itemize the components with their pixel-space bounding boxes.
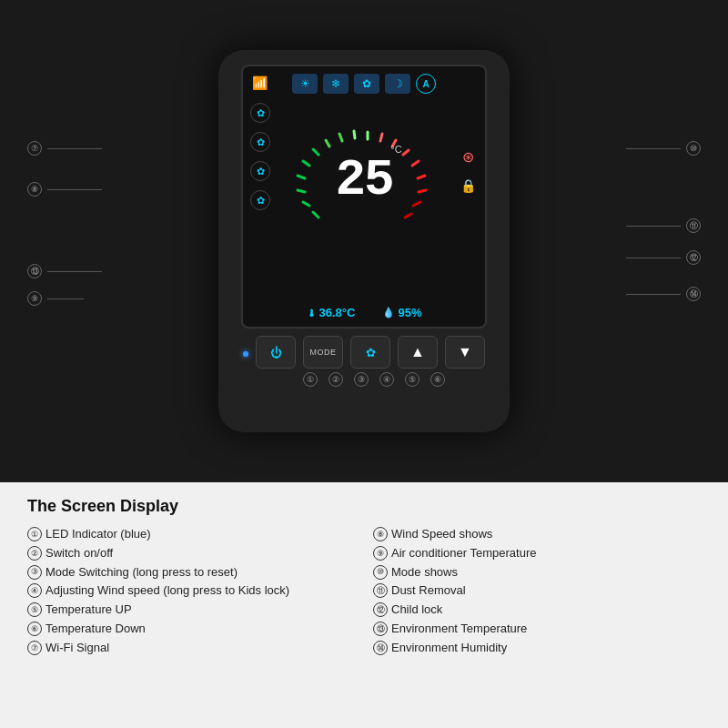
item-label-11: Dust Removal xyxy=(391,581,466,601)
fan-speed-icons: ✿ ✿ ✿ ✿ xyxy=(250,103,270,210)
svg-line-13 xyxy=(412,161,419,166)
temp-number: 25 xyxy=(335,155,392,206)
info-item-1: ① LED Indicator (blue) xyxy=(27,525,355,544)
ann-7: ⑦ xyxy=(27,141,102,156)
info-item-14: ⑭ Environment Humidity xyxy=(373,639,701,658)
svg-line-17 xyxy=(405,214,411,217)
info-title: The Screen Display xyxy=(27,497,701,516)
item-label-13: Environment Temperature xyxy=(391,620,527,639)
svg-line-7 xyxy=(339,134,342,141)
ann-13: ⑬ xyxy=(27,264,102,278)
info-item-10: ⑩ Mode shows xyxy=(373,563,701,582)
btn-num-3: ③ xyxy=(354,372,369,387)
auto-mode-icon: A xyxy=(416,74,436,94)
item-label-9: Air conditioner Temperature xyxy=(391,544,536,563)
item-num-5: ⑤ xyxy=(27,602,42,617)
item-num-2: ② xyxy=(27,546,42,561)
mode-icons-bar: ☀ ❄ ✿ ☽ A xyxy=(292,74,436,94)
btn-num-5: ⑤ xyxy=(405,372,420,387)
info-left-col: ① LED Indicator (blue) ② Switch on/off ③… xyxy=(27,525,355,658)
info-item-8: ⑧ Wind Speed shows xyxy=(373,525,701,544)
env-humidity-reading: 💧 95% xyxy=(382,306,421,319)
svg-line-10 xyxy=(380,134,382,141)
right-status-icons: ⊛ 🔒 xyxy=(460,148,476,193)
info-item-13: ⑬ Environment Temperature xyxy=(373,620,701,639)
info-item-9: ⑨ Air conditioner Temperature xyxy=(373,544,701,563)
ann-8: ⑧ xyxy=(27,182,102,197)
screen-display: 📶 ☀ ❄ ✿ ☽ A ✿ ✿ ✿ ✿ xyxy=(241,65,487,329)
info-right-col: ⑧ Wind Speed shows ⑨ Air conditioner Tem… xyxy=(373,525,701,658)
item-label-7: Wi-Fi Signal xyxy=(46,639,109,658)
btn-num-4: ④ xyxy=(379,372,394,387)
mode-button[interactable]: MODE xyxy=(303,336,343,369)
mode-label: MODE xyxy=(310,348,337,357)
env-readings: 🌡 36.8°C 💧 95% xyxy=(243,306,485,319)
dust-removal-icon: ⊛ xyxy=(462,148,474,166)
info-item-6: ⑥ Temperature Down xyxy=(27,620,355,639)
info-item-4: ④ Adjusting Wind speed (long press to Ki… xyxy=(27,581,355,601)
temp-up-button[interactable]: ▲ xyxy=(398,336,438,369)
item-num-13: ⑬ xyxy=(373,622,388,636)
ann-12: ⑫ xyxy=(626,250,701,265)
svg-line-12 xyxy=(403,150,409,155)
svg-line-6 xyxy=(326,140,329,147)
dry-mode-icon: ☽ xyxy=(385,74,410,94)
cool-mode-icon: ❄ xyxy=(323,74,349,94)
item-label-4: Adjusting Wind speed (long press to Kids… xyxy=(46,581,289,601)
temperature-value: °C 25 xyxy=(335,144,392,206)
info-section: The Screen Display ① LED Indicator (blue… xyxy=(0,482,728,728)
btn-num-6: ⑥ xyxy=(430,372,445,387)
ann-11: ⑪ xyxy=(626,218,701,233)
item-num-8: ⑧ xyxy=(373,527,388,541)
fan-speed-1: ✿ xyxy=(250,103,270,123)
info-grid: ① LED Indicator (blue) ② Switch on/off ③… xyxy=(27,525,701,658)
item-num-4: ④ xyxy=(27,583,42,598)
item-label-14: Environment Humidity xyxy=(391,639,507,658)
svg-line-15 xyxy=(419,190,426,192)
env-temp-value: 36.8°C xyxy=(319,306,356,319)
item-num-14: ⑭ xyxy=(373,641,388,655)
item-num-10: ⑩ xyxy=(373,565,388,580)
info-item-5: ⑤ Temperature UP xyxy=(27,601,355,620)
svg-line-14 xyxy=(418,176,425,178)
svg-line-16 xyxy=(413,202,420,206)
fan-speed-4: ✿ xyxy=(250,190,270,210)
svg-line-2 xyxy=(298,190,305,192)
item-num-9: ⑨ xyxy=(373,546,388,561)
item-num-1: ① xyxy=(27,527,42,541)
item-num-7: ⑦ xyxy=(27,641,42,655)
btn-num-1: ① xyxy=(303,372,318,387)
ann-10: ⑩ xyxy=(626,141,701,156)
item-label-1: LED Indicator (blue) xyxy=(46,525,151,544)
item-label-2: Switch on/off xyxy=(46,544,113,563)
info-item-2: ② Switch on/off xyxy=(27,544,355,563)
svg-line-3 xyxy=(298,176,305,178)
info-item-11: ⑪ Dust Removal xyxy=(373,581,701,601)
wifi-icon: 📶 xyxy=(252,76,268,90)
info-item-12: ⑫ Child lock xyxy=(373,601,701,620)
svg-line-8 xyxy=(354,131,355,138)
fan-button[interactable]: ✿ xyxy=(350,336,390,369)
item-label-8: Wind Speed shows xyxy=(391,525,492,544)
item-label-6: Temperature Down xyxy=(46,620,146,639)
humidity-icon: 💧 xyxy=(382,307,395,318)
child-lock-icon: 🔒 xyxy=(460,178,476,193)
item-label-5: Temperature UP xyxy=(46,601,132,620)
led-indicator xyxy=(243,351,248,357)
fan-mode-icon: ✿ xyxy=(354,74,379,94)
svg-line-4 xyxy=(303,161,309,166)
temp-down-button[interactable]: ▼ xyxy=(445,336,485,369)
info-item-7: ⑦ Wi-Fi Signal xyxy=(27,639,355,658)
item-label-3: Mode Switching (long press to reset) xyxy=(46,563,238,582)
item-num-3: ③ xyxy=(27,565,42,580)
power-button[interactable]: ⏻ xyxy=(256,336,296,369)
item-num-12: ⑫ xyxy=(373,602,388,617)
item-num-11: ⑪ xyxy=(373,583,388,598)
item-label-10: Mode shows xyxy=(391,563,458,582)
env-temp-reading: 🌡 36.8°C xyxy=(307,306,356,319)
svg-line-0 xyxy=(313,212,318,217)
sun-mode-icon: ☀ xyxy=(292,74,318,94)
env-humidity-value: 95% xyxy=(398,306,421,319)
fan-speed-2: ✿ xyxy=(250,132,270,152)
svg-line-1 xyxy=(303,202,309,206)
